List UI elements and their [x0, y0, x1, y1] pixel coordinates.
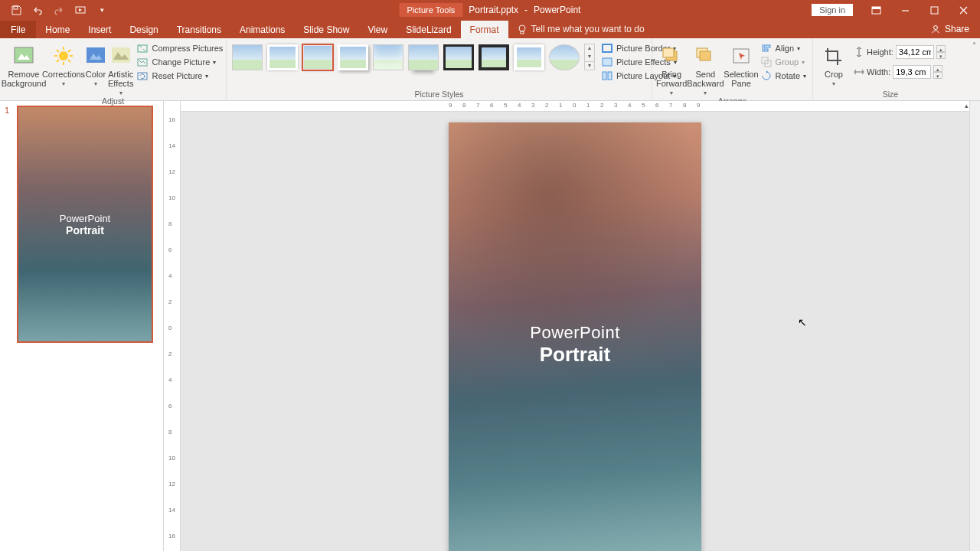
start-from-beginning-icon[interactable]	[75, 5, 86, 15]
canvas-background[interactable]: PowerPoint Portrait ↖	[181, 112, 959, 551]
slide-thumbnail-1[interactable]: PowerPoint Portrait	[17, 106, 153, 343]
style-thumb-5[interactable]	[373, 44, 403, 70]
color-button[interactable]: Color▾	[83, 41, 108, 87]
width-label: Width:	[867, 67, 890, 77]
group-arrange: Bring Forward▾ Send Backward▾ Selection …	[652, 38, 813, 100]
maximize-icon[interactable]	[920, 0, 948, 20]
svg-rect-7	[521, 31, 524, 34]
align-label: Align	[776, 44, 794, 53]
tab-transitions[interactable]: Transitions	[168, 21, 230, 38]
app-name: PowerPoint	[534, 5, 580, 15]
artistic-effects-button[interactable]: Artistic Effects▾	[108, 41, 133, 96]
undo-icon[interactable]	[32, 5, 43, 15]
change-picture-icon	[136, 56, 149, 68]
style-thumb-7[interactable]	[443, 44, 474, 70]
send-backward-button[interactable]: Send Backward▾	[687, 41, 724, 96]
svg-rect-29	[663, 48, 674, 57]
crop-button[interactable]: Crop▾	[817, 41, 851, 87]
slide-main[interactable]: PowerPoint Portrait	[449, 122, 701, 551]
group-picture-styles: ▴▾▾ Picture Border ▾ Picture Effects ▾ P…	[227, 38, 652, 100]
color-icon	[83, 44, 108, 68]
rotate-label: Rotate	[776, 71, 800, 80]
artistic-effects-label: Artistic Effects	[108, 70, 133, 88]
reset-icon	[136, 70, 149, 82]
title-separator: -	[524, 5, 528, 15]
vertical-scrollbar[interactable]	[969, 101, 980, 551]
svg-line-15	[57, 50, 59, 52]
rotate-button[interactable]: Rotate ▾	[760, 70, 806, 82]
slide-title-1: PowerPoint	[530, 323, 620, 343]
title-bar: ▾ Picture Tools Portrait.pptx - PowerPoi…	[0, 0, 980, 20]
style-thumb-1[interactable]	[232, 44, 263, 70]
qat-customize-icon[interactable]: ▾	[96, 5, 107, 15]
svg-line-17	[68, 50, 70, 52]
close-icon[interactable]	[949, 0, 977, 20]
change-picture-label: Change Picture	[152, 57, 210, 67]
height-icon	[854, 47, 864, 57]
ribbon-display-options-icon[interactable]	[862, 0, 890, 20]
group-size-label: Size	[813, 90, 968, 100]
bring-forward-button[interactable]: Bring Forward▾	[656, 41, 687, 96]
corrections-label: Corrections	[42, 70, 85, 79]
sign-in-button[interactable]: Sign in	[812, 4, 853, 16]
width-control: Width: ▴▾	[854, 65, 946, 79]
redo-icon[interactable]	[54, 5, 64, 15]
style-thumb-3[interactable]	[302, 44, 333, 70]
style-thumb-4[interactable]	[338, 44, 368, 70]
svg-rect-19	[87, 47, 105, 63]
svg-rect-24	[603, 44, 612, 52]
corrections-button[interactable]: Corrections▾	[44, 41, 83, 87]
compress-pictures-button[interactable]: Compress Pictures	[136, 42, 223, 54]
compress-icon	[136, 42, 149, 54]
picture-effects-icon	[601, 56, 613, 68]
style-thumb-9[interactable]	[514, 44, 544, 70]
share-icon	[931, 24, 941, 34]
horizontal-ruler: 9876543210123456789	[181, 101, 969, 112]
minimize-icon[interactable]	[891, 0, 919, 20]
color-label: Color	[86, 70, 106, 79]
height-input[interactable]	[896, 45, 934, 59]
tab-animations[interactable]: Animations	[230, 21, 294, 38]
selection-pane-button[interactable]: Selection Pane	[724, 41, 758, 88]
change-picture-button[interactable]: Change Picture ▾	[136, 56, 223, 68]
style-thumb-10[interactable]	[549, 44, 580, 70]
height-spinner[interactable]: ▴▾	[936, 45, 946, 59]
collapse-ribbon-icon[interactable]: ˄	[968, 38, 980, 100]
crop-label: Crop	[825, 70, 843, 79]
group-size: Crop▾ Height: ▴▾ Width: ▴▾ Size	[813, 38, 968, 100]
tab-file[interactable]: File	[0, 21, 36, 38]
gallery-spinner[interactable]: ▴▾▾	[584, 44, 595, 70]
save-icon[interactable]	[11, 5, 21, 15]
tab-slidelizard[interactable]: SlideLizard	[397, 21, 460, 38]
width-spinner[interactable]: ▴▾	[933, 65, 942, 79]
share-button[interactable]: Share	[920, 20, 980, 38]
style-thumb-2[interactable]	[267, 44, 298, 70]
width-input[interactable]	[893, 65, 931, 79]
picture-styles-gallery[interactable]: ▴▾▾	[230, 41, 596, 70]
style-thumb-6[interactable]	[408, 44, 439, 70]
group-button[interactable]: Group ▾	[760, 56, 806, 68]
svg-rect-35	[764, 49, 768, 51]
tab-home[interactable]: Home	[36, 21, 79, 38]
tab-insert[interactable]: Insert	[79, 21, 120, 38]
ribbon-tabs: File Home Insert Design Transitions Anim…	[0, 20, 980, 38]
group-adjust: Remove Background Corrections▾ Color▾ Ar…	[0, 38, 227, 100]
tell-me-search[interactable]: Tell me what you want to do	[508, 20, 654, 38]
tab-view[interactable]: View	[358, 21, 397, 38]
slide-thumbnail-panel: 1 PowerPoint Portrait	[0, 101, 164, 551]
align-button[interactable]: Align ▾	[760, 42, 806, 54]
bring-forward-icon	[659, 44, 684, 68]
tab-format[interactable]: Format	[461, 21, 508, 38]
slide-title-2: Portrait	[540, 343, 610, 367]
quick-access-toolbar: ▾	[0, 5, 107, 15]
scroll-up-icon[interactable]: ▴	[965, 102, 969, 109]
picture-layout-icon	[601, 70, 613, 82]
svg-rect-3	[872, 7, 880, 9]
svg-point-10	[59, 51, 68, 60]
reset-picture-button[interactable]: Reset Picture ▾	[136, 70, 223, 82]
remove-background-button[interactable]: Remove Background	[4, 41, 44, 88]
style-thumb-8[interactable]	[479, 44, 509, 70]
tab-design[interactable]: Design	[120, 21, 167, 38]
remove-background-label: Remove Background	[2, 70, 47, 88]
tab-slideshow[interactable]: Slide Show	[294, 21, 358, 38]
